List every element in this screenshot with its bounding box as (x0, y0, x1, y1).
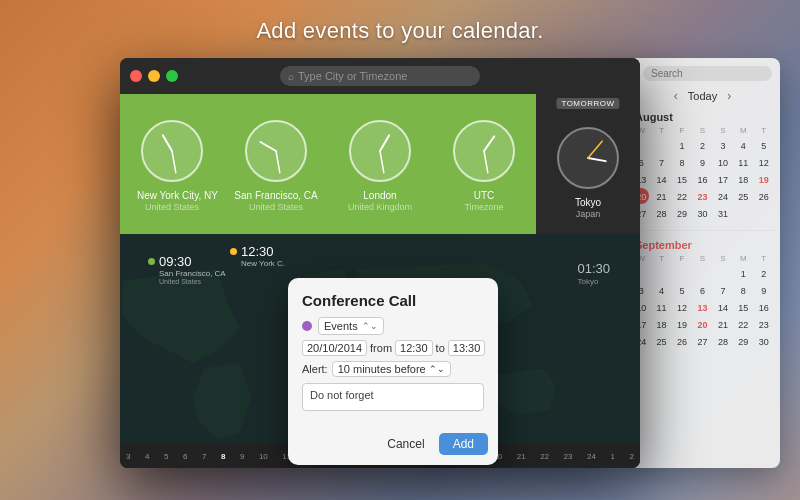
cal-month-title-september: September (631, 239, 774, 251)
alert-row: Alert: 10 minutes before ⌃⌄ (302, 361, 484, 377)
dialog-footer: Cancel Add (288, 427, 498, 465)
cal-today-button[interactable]: Today (688, 90, 717, 102)
calendar-search-input[interactable] (643, 66, 772, 81)
cal-prev-button[interactable]: ‹ (674, 89, 678, 103)
chevron-down-icon: ⌃⌄ (429, 364, 445, 374)
time-to-field[interactable]: 13:30 (448, 340, 486, 356)
date-field[interactable]: 20/10/2014 (302, 340, 367, 356)
calendar-nav: ‹ Today › (625, 85, 780, 107)
cancel-button[interactable]: Cancel (379, 434, 432, 454)
note-field[interactable]: Do not forget (302, 383, 484, 411)
dialog-overlay: Conference Call Events ⌃⌄ 20/10/2014 fro… (120, 58, 640, 468)
cal-month-title-august: August (631, 111, 774, 123)
dialog-title: Conference Call (302, 292, 484, 309)
calendar-search: ⌕ (625, 58, 780, 85)
page-title: Add events to your calendar. (0, 18, 800, 44)
add-button[interactable]: Add (439, 433, 488, 455)
cal-month-september: September W T F S S M T 1 2 3 4 5 6 7 8 … (625, 235, 780, 354)
cal-next-button[interactable]: › (727, 89, 731, 103)
event-color-dot (302, 321, 312, 331)
event-dialog: Conference Call Events ⌃⌄ 20/10/2014 fro… (288, 278, 498, 465)
time-from-field[interactable]: 12:30 (395, 340, 433, 356)
chevron-icon: ⌃⌄ (362, 321, 378, 331)
cal-divider (631, 230, 774, 231)
calendar-sidebar: ⌕ ‹ Today › August W T F S S M T 1 2 3 4… (625, 58, 780, 468)
alert-selector[interactable]: 10 minutes before ⌃⌄ (332, 361, 451, 377)
date-row: 20/10/2014 from 12:30 to 13:30 (302, 340, 484, 356)
event-type-selector[interactable]: Events ⌃⌄ (318, 317, 384, 335)
cal-month-august: August W T F S S M T 1 2 3 4 5 6 7 8 9 1… (625, 107, 780, 226)
app-window: ⌕ Type City or Timezone ➤ New York City,… (120, 58, 640, 468)
